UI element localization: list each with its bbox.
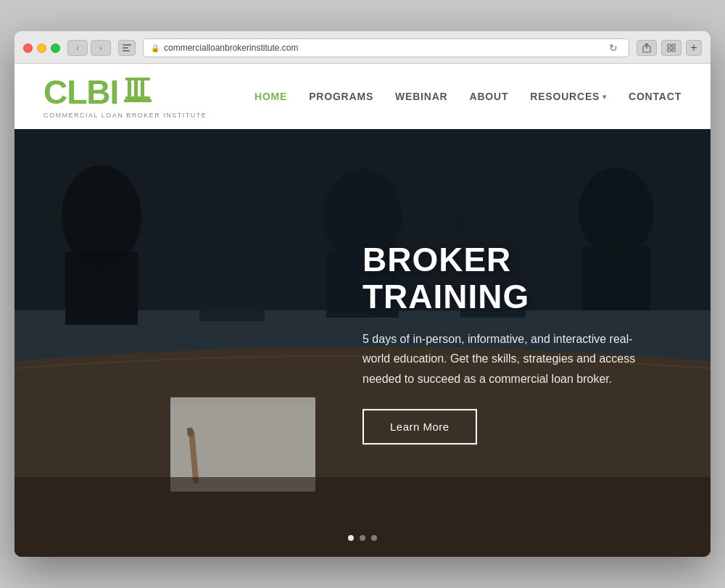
slide-dot-3[interactable] [371,535,377,541]
maximize-button[interactable] [51,44,60,53]
browser-window: ‹ › 🔒 commercialloanbrokerinstitute.com … [14,31,710,557]
share-button[interactable] [637,40,657,56]
browser-chrome: ‹ › 🔒 commercialloanbrokerinstitute.com … [14,31,710,64]
pillar-icon [124,75,152,110]
new-tab-overview-button[interactable] [661,40,682,56]
svg-rect-4 [668,44,671,47]
nav-contact[interactable]: CONTACT [629,91,682,102]
nav-programs[interactable]: PROGRAMS [309,91,373,102]
back-button[interactable]: ‹ [67,40,88,56]
svg-rect-2 [123,50,130,51]
nav-home[interactable]: HOME [254,91,287,102]
hero-section: BROKER TRAINING 5 days of in-person, inf… [14,129,710,557]
svg-rect-12 [125,96,150,99]
svg-rect-8 [125,78,150,80]
svg-rect-9 [128,80,131,96]
slide-indicators [348,535,377,541]
browser-actions: + [637,40,702,56]
nav-resources[interactable]: RESOURCES ▾ [530,91,607,102]
hero-description: 5 days of in-person, informative, and in… [362,329,652,389]
reload-button[interactable]: ↻ [605,40,621,56]
new-tab-button[interactable]: + [686,40,702,56]
traffic-lights [23,44,60,53]
svg-rect-13 [124,99,152,102]
address-bar[interactable]: 🔒 commercialloanbrokerinstitute.com ↻ [143,38,629,57]
logo[interactable]: CLBI [44,75,207,119]
close-button[interactable] [23,44,33,53]
minimize-button[interactable] [37,44,46,53]
main-navigation: HOME PROGRAMS WEBINAR ABOUT RESOURCES ▾ … [254,91,682,102]
svg-rect-5 [672,44,675,47]
svg-rect-11 [141,80,144,96]
nav-about[interactable]: ABOUT [470,91,509,102]
website: CLBI [14,64,710,557]
hero-cta-button[interactable]: Learn More [362,409,477,444]
hero-content: BROKER TRAINING 5 days of in-person, inf… [362,241,652,444]
url-text: commercialloanbrokerinstitute.com [164,43,298,53]
forward-button[interactable]: › [91,40,111,56]
svg-rect-10 [134,80,138,96]
hero-title: BROKER TRAINING [362,241,652,315]
resources-dropdown-arrow: ▾ [602,93,607,101]
svg-rect-0 [123,44,131,46]
nav-webinar[interactable]: WEBINAR [395,91,447,102]
ssl-lock-icon: 🔒 [151,44,160,52]
logo-subtitle: COMMERCIAL LOAN BROKER INSTITUTE [44,112,207,119]
site-header: CLBI [14,64,710,129]
svg-rect-1 [123,47,128,49]
reader-mode-button[interactable] [118,40,136,56]
svg-rect-7 [672,49,675,51]
slide-dot-2[interactable] [360,535,365,541]
svg-rect-6 [668,49,671,51]
tab-bar: 🔒 commercialloanbrokerinstitute.com ↻ [143,38,629,57]
browser-nav-buttons: ‹ › [67,40,111,56]
slide-dot-1[interactable] [348,535,354,541]
logo-text: CLBI [44,75,118,109]
